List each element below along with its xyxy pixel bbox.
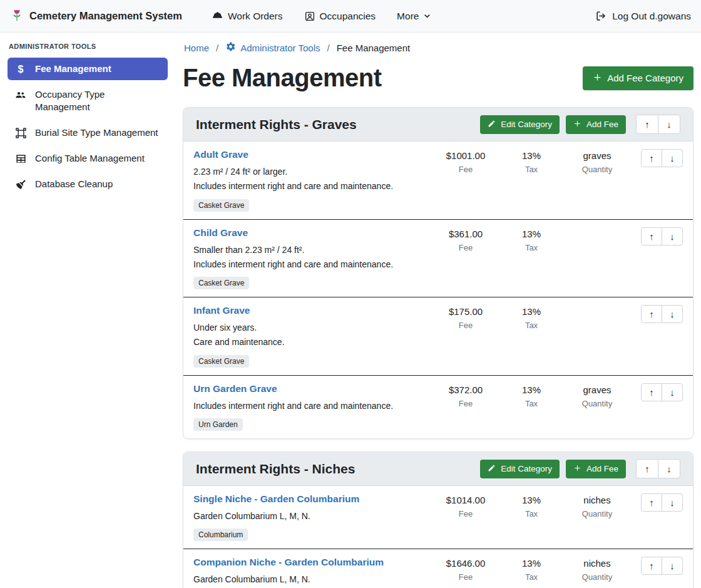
sidebar-item-burial-site-type-management[interactable]: Burial Site Type Management: [8, 121, 168, 144]
add-fee-button[interactable]: Add Fee: [566, 460, 626, 478]
sidebar-item-config-table-management[interactable]: Config Table Management: [8, 147, 168, 170]
chevron-down-icon: [423, 12, 431, 20]
move-fee-up-button[interactable]: ↑: [641, 557, 662, 575]
tax-amount: 13% Tax: [500, 149, 563, 174]
fee-row: Adult Grave 2.23 m² / 24 ft² or larger. …: [183, 142, 693, 219]
tax-amount: 13% Tax: [500, 557, 563, 582]
fee-description: Garden Columbarium L, M, N.: [193, 573, 425, 585]
page-title: Fee Management: [183, 64, 382, 92]
quantity-label: Quantity: [582, 399, 612, 408]
fee-value: $361.00: [449, 229, 483, 239]
move-category-up-button[interactable]: ↑: [636, 115, 658, 134]
move-fee-up-button[interactable]: ↑: [641, 305, 662, 323]
move-category-up-button[interactable]: ↑: [636, 459, 658, 478]
fee-label: Fee: [459, 321, 473, 330]
add-fee-category-label: Add Fee Category: [607, 73, 683, 83]
add-fee-button[interactable]: Add Fee: [566, 115, 626, 134]
edit-category-button[interactable]: Edit Category: [480, 460, 560, 478]
logout-label: Log Out d.gowans: [612, 11, 691, 22]
fee-reorder-group: ↑ ↓: [632, 383, 683, 401]
nav-more[interactable]: More: [397, 11, 431, 22]
move-fee-down-button[interactable]: ↓: [662, 305, 683, 323]
tax-amount: 13% Tax: [500, 305, 563, 330]
fee-name-link[interactable]: Child Grave: [193, 227, 248, 239]
brand[interactable]: Cemetery Management System: [10, 8, 182, 24]
quantity-label: Quantity: [582, 509, 612, 518]
breadcrumb-admin-tools-link[interactable]: Administrator Tools: [225, 41, 320, 54]
pencil-icon: [488, 120, 496, 130]
fee-value: $1001.00: [446, 150, 486, 161]
quantity-value: graves: [583, 384, 611, 395]
fee-details: Infant Grave Under six years. Care and m…: [193, 305, 431, 368]
fee-label: Fee: [459, 243, 473, 252]
fee-name-link[interactable]: Companion Niche - Garden Columbarium: [193, 557, 384, 568]
fee-value: $1646.00: [446, 558, 486, 569]
fee-name-link[interactable]: Urn Garden Grave: [193, 383, 277, 395]
quantity-label: Quantity: [582, 165, 612, 174]
sidebar-heading: ADMINISTRATOR TOOLS: [9, 43, 166, 50]
edit-category-button[interactable]: Edit Category: [480, 115, 560, 134]
plot-vector-square-icon: [14, 127, 28, 139]
quantity-unit: graves Quantity: [563, 383, 632, 408]
fee-label: Fee: [459, 572, 473, 582]
tax-amount: 13% Tax: [500, 227, 563, 252]
add-fee-category-button[interactable]: Add Fee Category: [583, 66, 693, 90]
fee-reorder-group: ↑ ↓: [632, 149, 683, 167]
sidebar-item-occupancy-type-management[interactable]: Occupancy Type Management: [8, 83, 168, 118]
nav-work-orders[interactable]: Work Orders: [212, 10, 283, 22]
fee-type-badge: Casket Grave: [193, 199, 249, 212]
tax-label: Tax: [525, 321, 538, 330]
move-fee-down-button[interactable]: ↓: [662, 149, 683, 167]
move-fee-up-button[interactable]: ↑: [641, 149, 662, 167]
move-fee-down-button[interactable]: ↓: [662, 227, 683, 245]
fee-name-link[interactable]: Adult Grave: [193, 149, 248, 160]
fee-amount: $372.00 Fee: [431, 383, 500, 408]
fee-description: Under six years.: [193, 321, 425, 334]
quantity-unit: niches Quantity: [563, 493, 632, 518]
breadcrumb-home-link[interactable]: Home: [184, 43, 209, 53]
fee-description: Smaller than 2.23 m² / 24 ft².: [193, 244, 425, 256]
sidebar-item-database-cleanup[interactable]: Database Cleanup: [8, 173, 168, 195]
fee-description: 2.23 m² / 24 ft² or larger.: [193, 165, 425, 178]
fee-amount: $1014.00 Fee: [431, 493, 500, 518]
fee-row: Child Grave Smaller than 2.23 m² / 24 ft…: [183, 219, 693, 297]
fee-description: Includes interment right and care and ma…: [193, 180, 425, 192]
tax-value: 13%: [522, 150, 541, 161]
sidebar-item-label: Burial Site Type Management: [35, 126, 158, 139]
fee-reorder-group: ↑ ↓: [632, 227, 683, 245]
page-header: Fee Management Add Fee Category: [183, 64, 693, 92]
fee-category-card: Interment Rights - Niches Edit Category …: [183, 451, 693, 588]
fee-name-link[interactable]: Single Niche - Garden Columbarium: [193, 493, 359, 505]
sidebar-item-label: Database Cleanup: [35, 178, 113, 190]
fee-description: Includes interment right and care and ma…: [193, 258, 425, 271]
fee-details: Single Niche - Garden Columbarium Garden…: [193, 493, 431, 541]
app-title: Cemetery Management System: [29, 10, 182, 22]
move-fee-up-button[interactable]: ↑: [641, 493, 662, 512]
sidebar-item-fee-management[interactable]: $ Fee Management: [8, 58, 168, 80]
tax-value: 13%: [522, 384, 541, 395]
tax-label: Tax: [525, 572, 538, 582]
move-fee-down-button[interactable]: ↓: [662, 557, 683, 575]
tax-amount: 13% Tax: [500, 493, 563, 518]
fee-value: $175.00: [449, 306, 483, 317]
move-category-down-button[interactable]: ↓: [658, 459, 680, 478]
tax-value: 13%: [522, 558, 541, 569]
category-header: Interment Rights - Graves Edit Category …: [183, 108, 693, 142]
move-category-down-button[interactable]: ↓: [658, 115, 680, 134]
nav-occupancies[interactable]: Occupancies: [304, 11, 376, 22]
tax-value: 13%: [522, 306, 541, 317]
quantity-value: graves: [583, 150, 611, 161]
fee-name-link[interactable]: Infant Grave: [193, 305, 250, 316]
quantity-label: Quantity: [582, 572, 612, 582]
fee-category-card: Interment Rights - Graves Edit Category …: [183, 107, 693, 439]
logout-link[interactable]: Log Out d.gowans: [595, 10, 691, 22]
fee-amount: $175.00 Fee: [431, 305, 500, 330]
move-fee-down-button[interactable]: ↓: [662, 493, 683, 512]
move-fee-down-button[interactable]: ↓: [662, 383, 683, 401]
move-fee-up-button[interactable]: ↑: [641, 227, 662, 245]
fee-type-badge: Columbarium: [193, 529, 248, 541]
fee-value: $372.00: [449, 384, 483, 395]
tax-label: Tax: [525, 243, 538, 252]
sidebar-item-label: Config Table Management: [35, 152, 145, 165]
move-fee-up-button[interactable]: ↑: [641, 383, 662, 401]
